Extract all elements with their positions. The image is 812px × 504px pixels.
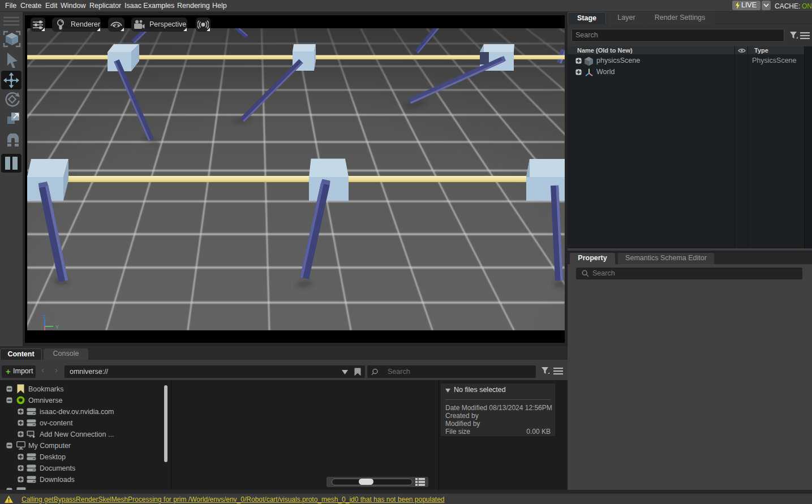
svg-text:Y: Y [55, 324, 59, 330]
svg-text:Z: Z [42, 314, 46, 320]
